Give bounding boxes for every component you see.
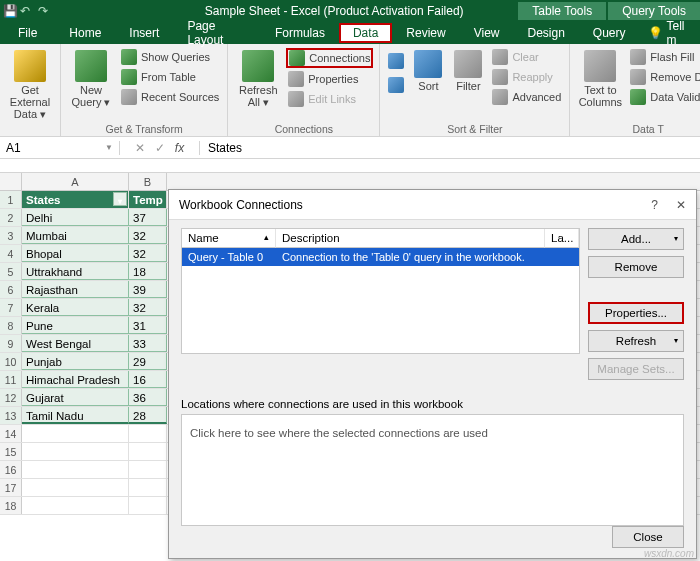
col-header-a[interactable]: A — [22, 173, 129, 190]
row-header[interactable]: 7 — [0, 299, 22, 316]
sort-za-button[interactable] — [386, 76, 406, 94]
row-header[interactable]: 18 — [0, 497, 22, 514]
tab-home[interactable]: Home — [55, 23, 115, 43]
flash-fill-button[interactable]: Flash Fill — [628, 48, 700, 66]
from-table-button[interactable]: From Table — [119, 68, 221, 86]
cell[interactable]: 36 — [129, 389, 167, 406]
text-to-columns-button[interactable]: Text to Columns — [576, 46, 624, 122]
tab-insert[interactable]: Insert — [115, 23, 173, 43]
cell[interactable]: 32 — [129, 227, 167, 244]
clear-button[interactable]: Clear — [490, 48, 563, 66]
table-header-temp[interactable]: Temp — [129, 191, 167, 208]
cell[interactable]: Himachal Pradesh — [22, 371, 129, 388]
row-header[interactable]: 6 — [0, 281, 22, 298]
cell[interactable]: 31 — [129, 317, 167, 334]
row-header[interactable]: 14 — [0, 425, 22, 442]
connections-list[interactable]: Query - Table 0 Connection to the 'Table… — [181, 248, 580, 354]
cell[interactable] — [22, 443, 129, 460]
row-header[interactable]: 17 — [0, 479, 22, 496]
undo-icon[interactable]: ↶ — [20, 4, 32, 18]
row-header[interactable]: 2 — [0, 209, 22, 226]
cell[interactable]: West Bengal — [22, 335, 129, 352]
row-header[interactable]: 12 — [0, 389, 22, 406]
advanced-button[interactable]: Advanced — [490, 88, 563, 106]
cell[interactable]: Uttrakhand — [22, 263, 129, 280]
cell[interactable]: 18 — [129, 263, 167, 280]
cell[interactable]: 32 — [129, 245, 167, 262]
show-queries-button[interactable]: Show Queries — [119, 48, 221, 66]
properties-button[interactable]: Properties... — [588, 302, 684, 324]
cell[interactable]: 32 — [129, 299, 167, 316]
row-header[interactable]: 4 — [0, 245, 22, 262]
col-description[interactable]: Description — [276, 229, 545, 248]
recent-sources-button[interactable]: Recent Sources — [119, 88, 221, 106]
tab-query[interactable]: Query — [579, 23, 640, 43]
connections-list-header[interactable]: Name ▴ Description La... — [181, 228, 580, 248]
row-header[interactable]: 9 — [0, 335, 22, 352]
cell[interactable]: Rajasthan — [22, 281, 129, 298]
cell[interactable]: Kerala — [22, 299, 129, 316]
remove-duplicates-button[interactable]: Remove Dupl — [628, 68, 700, 86]
tab-data[interactable]: Data — [339, 23, 392, 43]
tab-design[interactable]: Design — [513, 23, 578, 43]
cell[interactable]: Mumbai — [22, 227, 129, 244]
manage-sets-button[interactable]: Manage Sets... — [588, 358, 684, 380]
new-query-button[interactable]: New Query ▾ — [67, 46, 115, 122]
col-header-b[interactable]: B — [129, 173, 167, 190]
locations-box[interactable]: Click here to see where the selected con… — [181, 414, 684, 526]
cell[interactable]: 29 — [129, 353, 167, 370]
tab-file[interactable]: File — [0, 23, 55, 43]
cell[interactable] — [22, 425, 129, 442]
row-header[interactable]: 15 — [0, 443, 22, 460]
redo-icon[interactable]: ↷ — [38, 4, 50, 18]
dialog-close-x[interactable]: ✕ — [676, 198, 686, 212]
cell[interactable] — [22, 479, 129, 496]
add-button[interactable]: Add... — [588, 228, 684, 250]
cell[interactable] — [129, 443, 167, 460]
tab-view[interactable]: View — [460, 23, 514, 43]
dialog-help-button[interactable]: ? — [651, 198, 658, 212]
data-validation-button[interactable]: Data Validatio — [628, 88, 700, 106]
cell[interactable]: 39 — [129, 281, 167, 298]
select-all-triangle[interactable] — [0, 173, 22, 190]
cell[interactable]: 28 — [129, 407, 167, 424]
remove-button[interactable]: Remove — [588, 256, 684, 278]
cell[interactable]: 37 — [129, 209, 167, 226]
cell[interactable]: Pune — [22, 317, 129, 334]
connections-button[interactable]: Connections — [286, 48, 373, 68]
row-header[interactable]: 1 — [0, 191, 22, 208]
close-button[interactable]: Close — [612, 526, 684, 548]
cell[interactable]: Bhopal — [22, 245, 129, 262]
cell[interactable]: 16 — [129, 371, 167, 388]
cell[interactable] — [129, 497, 167, 514]
row-header[interactable]: 10 — [0, 353, 22, 370]
connection-row[interactable]: Query - Table 0 Connection to the 'Table… — [182, 248, 579, 266]
cell[interactable]: Tamil Nadu — [22, 407, 129, 424]
row-header[interactable]: 3 — [0, 227, 22, 244]
col-name[interactable]: Name ▴ — [182, 229, 276, 248]
row-header[interactable]: 5 — [0, 263, 22, 280]
filter-button[interactable]: Filter — [450, 46, 486, 122]
cell[interactable]: 33 — [129, 335, 167, 352]
cell[interactable] — [129, 461, 167, 478]
table-header-states[interactable]: States▾ — [22, 191, 129, 208]
get-external-data-button[interactable]: Get External Data ▾ — [6, 46, 54, 122]
filter-dropdown-icon[interactable]: ▾ — [113, 192, 127, 206]
refresh-all-button[interactable]: Refresh All ▾ — [234, 46, 282, 122]
cell[interactable] — [22, 461, 129, 478]
refresh-button[interactable]: Refresh — [588, 330, 684, 352]
properties-button[interactable]: Properties — [286, 70, 373, 88]
chevron-down-icon[interactable]: ▼ — [105, 143, 113, 152]
sort-button[interactable]: Sort — [410, 46, 446, 122]
reapply-button[interactable]: Reapply — [490, 68, 563, 86]
col-last[interactable]: La... — [545, 229, 579, 248]
cell[interactable]: Punjab — [22, 353, 129, 370]
row-header[interactable]: 13 — [0, 407, 22, 424]
name-box[interactable]: A1▼ — [0, 141, 120, 155]
save-icon[interactable]: 💾 — [0, 4, 20, 18]
row-header[interactable]: 8 — [0, 317, 22, 334]
cell[interactable] — [22, 497, 129, 514]
sort-az-button[interactable] — [386, 52, 406, 70]
tab-formulas[interactable]: Formulas — [261, 23, 339, 43]
row-header[interactable]: 16 — [0, 461, 22, 478]
